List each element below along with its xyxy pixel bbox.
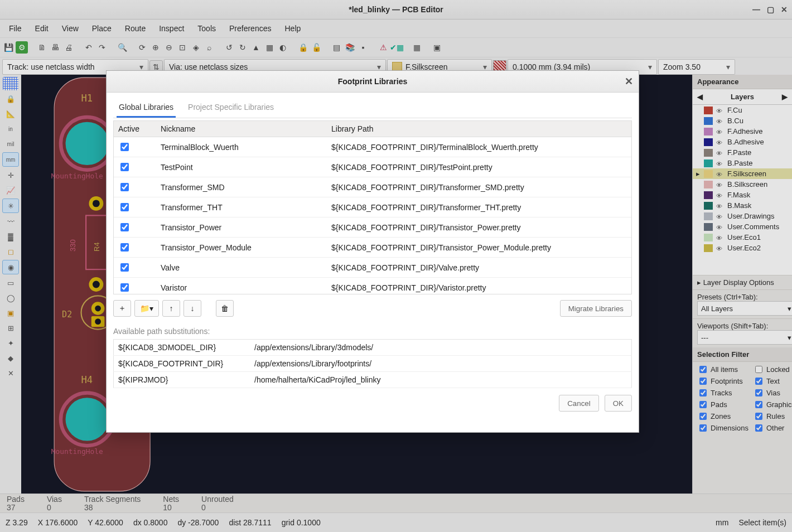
delete-library-button[interactable]: 🗑 xyxy=(216,300,234,317)
table-row[interactable]: Transistor_Power${KICAD8_FOOTPRINT_DIR}/… xyxy=(114,217,631,238)
move-up-button[interactable]: ↑ xyxy=(162,300,180,317)
active-checkbox[interactable] xyxy=(120,263,129,272)
ok-button[interactable]: OK xyxy=(605,395,632,412)
table-row[interactable]: Transformer_SMD${KICAD8_FOOTPRINT_DIR}/T… xyxy=(114,177,631,197)
close-icon[interactable]: ✕ xyxy=(625,75,633,88)
path-substitutions-table: ${KICAD8_3DMODEL_DIR}/app/extensions/Lib… xyxy=(113,339,632,388)
footprint-libraries-dialog: Footprint Libraries ✕ Global Libraries P… xyxy=(106,70,639,433)
active-checkbox[interactable] xyxy=(120,223,129,231)
add-folder-button[interactable]: 📁▾ xyxy=(134,300,159,317)
move-down-button[interactable]: ↓ xyxy=(183,300,201,317)
libraries-table[interactable]: Active Nickname Library Path TerminalBlo… xyxy=(114,121,631,294)
path-substitutions-label: Available path substitutions: xyxy=(113,327,632,336)
table-row: ${KICAD8_FOOTPRINT_DIR}/app/extensions/L… xyxy=(114,356,632,372)
active-checkbox[interactable] xyxy=(120,243,129,252)
table-row[interactable]: Transistor_Power_Module${KICAD8_FOOTPRIN… xyxy=(114,238,631,258)
table-row: ${KIPRJMOD}/home/halherta/KiCadProj/led_… xyxy=(114,372,632,388)
active-checkbox[interactable] xyxy=(120,183,129,191)
add-library-button[interactable]: ＋ xyxy=(113,300,131,317)
table-row[interactable]: TerminalBlock_Wuerth${KICAD8_FOOTPRINT_D… xyxy=(114,137,631,157)
active-checkbox[interactable] xyxy=(120,203,129,211)
table-row: ${KICAD8_3DMODEL_DIR}/app/extensions/Lib… xyxy=(114,340,632,356)
table-row[interactable]: Transformer_THT${KICAD8_FOOTPRINT_DIR}/T… xyxy=(114,197,631,217)
active-checkbox[interactable] xyxy=(120,163,129,171)
cancel-button[interactable]: Cancel xyxy=(559,395,599,412)
table-row[interactable]: TestPoint${KICAD8_FOOTPRINT_DIR}/TestPoi… xyxy=(114,157,631,177)
table-row[interactable]: Valve${KICAD8_FOOTPRINT_DIR}/Valve.prett… xyxy=(114,258,631,278)
tab-project-specific-libraries[interactable]: Project Specific Libraries xyxy=(186,98,276,118)
active-checkbox[interactable] xyxy=(120,143,129,151)
migrate-libraries-button[interactable]: Migrate Libraries xyxy=(560,300,632,317)
active-checkbox[interactable] xyxy=(120,283,129,292)
dialog-title: Footprint Libraries xyxy=(338,77,407,86)
table-row[interactable]: Varistor${KICAD8_FOOTPRINT_DIR}/Varistor… xyxy=(114,278,631,295)
tab-global-libraries[interactable]: Global Libraries xyxy=(117,98,176,118)
